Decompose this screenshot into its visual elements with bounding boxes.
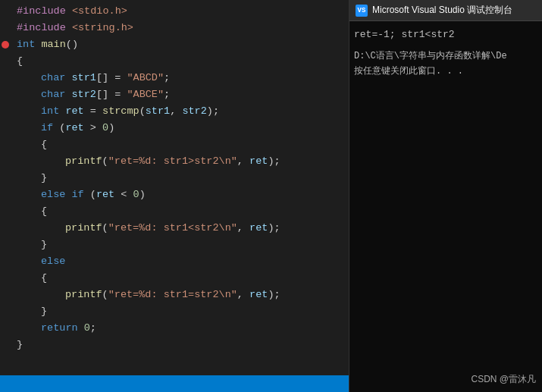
console-output-3: 按任意键关闭此窗口. . . [354,64,537,79]
code-line: else if (ret < 0) [0,187,349,203]
token-plain: { [41,139,47,150]
breakpoint-indicator [2,41,9,49]
line-content: { [11,203,47,220]
token-plain: ); [268,222,280,234]
code-line: printf("ret=%d: str1<str2\n", ret); [0,220,349,237]
token-plain: ( [102,155,108,167]
token-str: "ret=%d: str1=str2\n" [108,289,237,300]
line-gutter [0,120,11,136]
line-gutter [0,337,11,353]
token-header: <string.h> [72,22,133,33]
token-kw2: else [41,256,65,267]
line-content: printf("ret=%d: str1=str2\n", ret); [11,287,280,303]
status-bar [0,375,349,392]
line-gutter [0,237,11,253]
line-content: } [11,337,23,353]
token-num: 0 [84,322,90,334]
token-plain: ); [268,155,280,167]
code-line: char str1[] = "ABCD"; [0,70,349,86]
token-plain: ( [102,289,108,300]
token-plain: { [17,55,23,67]
line-gutter [0,270,11,287]
line-content: printf("ret=%d: str1<str2\n", ret); [11,220,280,237]
line-gutter [0,70,11,86]
line-content: } [11,237,47,253]
line-content: #include <stdio.h> [11,3,127,20]
line-gutter [0,20,11,36]
line-content: else if (ret < 0) [11,187,146,203]
line-gutter [0,203,11,220]
line-content: #include <string.h> [11,20,133,36]
code-line: int main() [0,36,349,53]
token-str: "ret=%d: str1>str2\n" [108,155,237,167]
token-kw: int [17,39,35,50]
token-plain: [] = [96,72,127,83]
console-body: ret=-1; str1<str2 D:\C语言\字符串与内存函数详解\De 按… [349,21,542,362]
token-kw2: if [41,122,53,133]
code-editor: #include <stdio.h>#include <string.h>int… [0,0,349,392]
line-content: else [11,253,65,270]
line-content: printf("ret=%d: str1>str2\n", ret); [11,153,280,170]
line-gutter [0,287,11,303]
token-var: str1 [146,105,170,117]
code-line: { [0,136,349,153]
line-content: { [11,136,47,153]
token-plain: ( [84,189,96,200]
code-line: #include <string.h> [0,20,349,36]
token-kw2: if [72,189,84,200]
token-var: ret [65,105,83,117]
console-title: Microsoft Visual Studio 调试控制台 [372,4,512,17]
line-content: return 0; [11,320,96,337]
token-fn: printf [65,289,102,300]
token-inc: #include [17,22,72,33]
code-line: } [0,237,349,253]
token-plain: > [84,122,102,133]
token-plain: ( [139,105,146,117]
token-str: "ABCD" [127,72,164,83]
token-plain: ) [139,189,146,200]
token-num: 0 [102,122,108,133]
token-kw2: else [41,189,65,200]
token-fn: main [41,39,65,50]
code-line: } [0,337,349,353]
console-output-2: D:\C语言\字符串与内存函数详解\De [354,49,537,64]
line-content: } [11,170,47,187]
line-gutter [0,36,11,53]
token-plain: ; [164,72,170,83]
token-plain: ; [90,322,96,334]
token-kw: int [41,105,59,117]
token-var: ret [249,289,268,300]
line-content: if (ret > 0) [11,120,114,136]
token-plain [65,89,71,100]
line-gutter [0,153,11,170]
code-line: else [0,253,349,270]
line-content: } [11,303,47,320]
token-plain: < [114,189,133,200]
token-kw: char [41,72,65,83]
line-gutter [0,220,11,237]
token-plain: , [237,222,249,234]
line-content: int main() [11,36,78,53]
token-plain: () [66,39,78,50]
token-plain: } [17,339,23,350]
code-line: printf("ret=%d: str1>str2\n", ret); [0,153,349,170]
token-var: str1 [72,72,96,83]
token-plain [65,189,71,200]
token-fn: printf [65,155,102,167]
token-plain: , [237,155,249,167]
line-gutter [0,3,11,20]
line-gutter [0,253,11,270]
line-gutter [0,53,11,70]
line-content: int ret = strcmp(str1, str2); [11,103,219,120]
line-content: char str2[] = "ABCE"; [11,86,170,103]
token-var: str2 [72,89,96,100]
line-gutter [0,320,11,337]
line-gutter [0,303,11,320]
vs-icon: VS [356,5,368,17]
watermark: CSDN @雷沐凡 [471,373,536,386]
token-header: <stdio.h> [72,5,127,17]
token-plain: { [41,272,47,284]
console-output-1: ret=-1; str1<str2 [354,27,537,42]
token-plain: , [237,289,249,300]
code-line: } [0,303,349,320]
